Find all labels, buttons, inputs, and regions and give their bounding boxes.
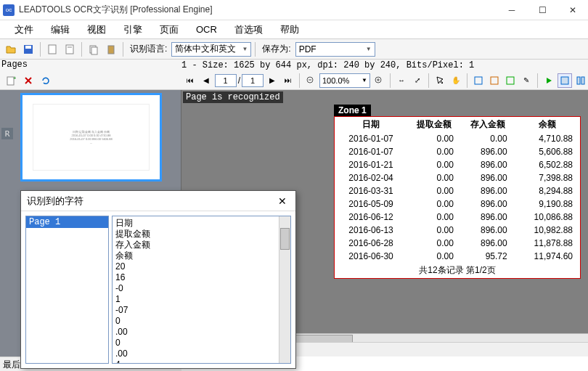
- page-status-label: Page is recognized: [183, 91, 283, 103]
- table-row: 2016-01-210.00896.006,502.88: [335, 158, 580, 171]
- pointer-tool[interactable]: [433, 73, 447, 88]
- menu-bar: 文件 编辑 视图 引擎 页面 OCR 首选项 帮助: [0, 20, 588, 39]
- title-bar: oc LEADTOOLS OCR文字识别 [Professional Engin…: [0, 0, 588, 20]
- page-info-bar: 1 - Size: 1625 by 644 px, dpi: 240 by 24…: [0, 60, 588, 71]
- col-header: 提取金额: [407, 117, 461, 132]
- paste-button[interactable]: [103, 41, 119, 57]
- col-header: 存入金额: [461, 117, 515, 132]
- zoom-combo[interactable]: 100.0%▼: [319, 73, 370, 88]
- prev-page-button[interactable]: ◀: [199, 73, 213, 88]
- char-line: 16: [115, 272, 287, 283]
- thumbnail-preview: 日期 提取金额 存入金额 余额2016-01-07 0.00 0.00 4710…: [33, 104, 150, 171]
- table-row: 2016-06-120.00896.0010,086.88: [335, 211, 580, 224]
- zone-label: Zone 1: [334, 105, 371, 116]
- char-line: 1: [115, 294, 287, 305]
- edit-tool[interactable]: ✎: [519, 73, 534, 88]
- last-page-button[interactable]: ⏭: [281, 73, 295, 88]
- app-icon: oc: [3, 4, 15, 16]
- add-page-button[interactable]: +: [3, 73, 19, 89]
- next-page-button[interactable]: ▶: [265, 73, 279, 88]
- dialog-list-item[interactable]: Page 1: [26, 216, 108, 228]
- menu-file[interactable]: 文件: [6, 20, 42, 39]
- recognized-chars-dialog: 识别到的字符 ✕ Page 1 日期提取金额存入金额余额2016-01-070.…: [20, 190, 296, 369]
- table-row: 2016-01-070.000.004,710.88: [335, 132, 580, 145]
- zone-tool-1[interactable]: [471, 73, 486, 88]
- char-line: 余额: [115, 250, 287, 261]
- char-line: 0: [115, 316, 287, 327]
- pages-panel-label: Pages: [1, 60, 28, 70]
- r-tab[interactable]: R: [1, 128, 13, 139]
- zoom-out-button[interactable]: [303, 73, 318, 88]
- fit-page-button[interactable]: ⤢: [410, 73, 425, 88]
- svg-rect-21: [577, 77, 580, 84]
- ocr-zone-1[interactable]: 日期提取金额存入金额余额 2016-01-070.000.004,710.882…: [334, 116, 581, 279]
- saveas-combo[interactable]: PDF▼: [295, 42, 375, 57]
- copy-button[interactable]: [86, 41, 102, 57]
- page-thumbnail-1[interactable]: 日期 提取金额 存入金额 余额2016-01-07 0.00 0.00 4710…: [20, 93, 162, 182]
- menu-edit[interactable]: 编辑: [42, 20, 78, 39]
- table-row: 2016-02-040.00896.007,398.88: [335, 171, 580, 184]
- svg-rect-2: [49, 45, 56, 54]
- view-mode-2[interactable]: [573, 73, 588, 88]
- zoom-in-button[interactable]: [372, 73, 386, 88]
- col-header: 日期: [335, 117, 407, 132]
- close-button[interactable]: ✕: [558, 0, 588, 20]
- first-page-button[interactable]: ⏮: [183, 73, 197, 88]
- view-mode-1[interactable]: [558, 73, 572, 88]
- maximize-button[interactable]: ☐: [527, 0, 558, 20]
- svg-text:+: +: [13, 76, 16, 81]
- svg-rect-6: [91, 47, 97, 54]
- open-button[interactable]: [3, 41, 19, 57]
- page-btn1[interactable]: [44, 41, 60, 57]
- svg-rect-17: [475, 77, 482, 84]
- char-line: 20: [115, 261, 287, 272]
- svg-rect-22: [581, 77, 584, 84]
- table-row: 2016-06-300.0095.7211,974.60: [335, 250, 580, 263]
- svg-rect-1: [25, 46, 31, 49]
- menu-prefs[interactable]: 首选项: [226, 20, 271, 39]
- table-row: 2016-03-310.00896.008,294.88: [335, 184, 580, 197]
- lang-label: 识别语言:: [127, 43, 170, 55]
- table-row: 2016-06-130.00896.0010,982.88: [335, 224, 580, 237]
- run-ocr-button[interactable]: [542, 73, 556, 88]
- delete-page-button[interactable]: [20, 73, 36, 89]
- menu-engine[interactable]: 引擎: [115, 20, 151, 39]
- dialog-title: 识别到的字符: [27, 195, 83, 208]
- page-num-input[interactable]: [215, 74, 237, 87]
- char-line: 提取金额: [115, 229, 287, 240]
- char-line: .00: [115, 327, 287, 338]
- page-btn2[interactable]: [62, 41, 78, 57]
- char-line: -0: [115, 283, 287, 294]
- dialog-scrollbar[interactable]: [279, 216, 290, 363]
- result-table: 日期提取金额存入金额余额 2016-01-070.000.004,710.882…: [335, 117, 580, 278]
- table-row: 2016-05-090.00896.009,190.88: [335, 197, 580, 211]
- dialog-page-list[interactable]: Page 1: [25, 216, 109, 364]
- menu-view[interactable]: 视图: [78, 20, 115, 39]
- svg-rect-18: [491, 77, 498, 84]
- lang-combo[interactable]: 简体中文和英文▼: [171, 42, 251, 57]
- zone-tool-3[interactable]: [503, 73, 518, 88]
- menu-help[interactable]: 帮助: [271, 20, 308, 39]
- table-row: 2016-06-280.00896.0011,878.88: [335, 237, 580, 250]
- window-title: LEADTOOLS OCR文字识别 [Professional Engine]: [19, 4, 497, 16]
- svg-rect-20: [561, 77, 568, 84]
- save-button[interactable]: [20, 41, 36, 57]
- main-toolbar: 识别语言: 简体中文和英文▼ 保存为: PDF▼: [0, 39, 588, 60]
- saveas-label: 保存为:: [259, 43, 293, 55]
- char-line: 日期: [115, 218, 287, 229]
- nav-toolbar: + ⏮ ◀ / ▶ ⏭ 100.0%▼ ↔ ⤢ ✋ ✎: [0, 71, 588, 90]
- fit-width-button[interactable]: ↔: [394, 73, 409, 88]
- refresh-button[interactable]: [38, 73, 54, 89]
- minimize-button[interactable]: ─: [497, 0, 527, 20]
- svg-rect-3: [66, 45, 73, 54]
- menu-page[interactable]: 页面: [151, 20, 187, 39]
- menu-ocr[interactable]: OCR: [187, 21, 226, 38]
- char-line: .00: [115, 348, 287, 359]
- dialog-close-button[interactable]: ✕: [275, 195, 290, 207]
- char-line: 4: [115, 359, 287, 364]
- dialog-text-output[interactable]: 日期提取金额存入金额余额2016-01-070.000.004,710.88: [112, 216, 291, 364]
- hand-tool[interactable]: ✋: [449, 73, 463, 88]
- col-header: 余额: [515, 117, 580, 132]
- svg-rect-7: [108, 46, 114, 54]
- zone-tool-2[interactable]: [487, 73, 502, 88]
